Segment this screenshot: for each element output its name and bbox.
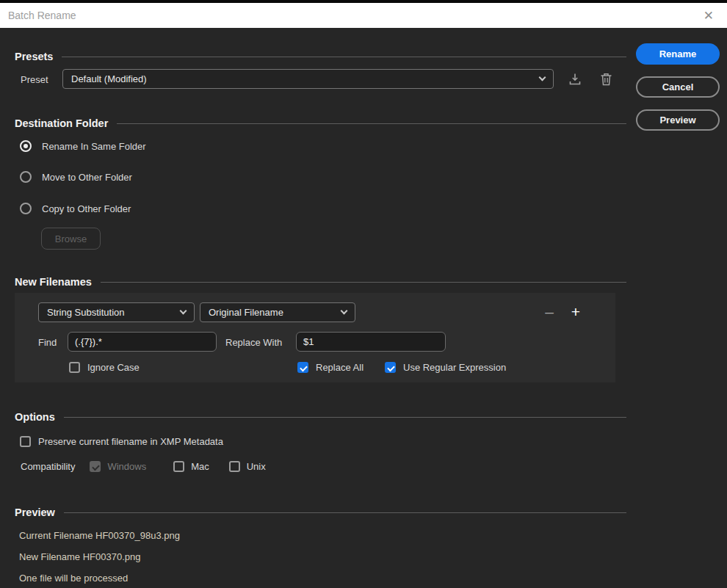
replace-with-label: Replace With xyxy=(225,337,282,348)
add-rule-button[interactable]: + xyxy=(566,302,585,322)
divider xyxy=(117,123,626,124)
find-input[interactable] xyxy=(68,332,217,352)
rename-target-value: Original Filename xyxy=(209,307,283,318)
preview-file-count: One file will be processed xyxy=(19,573,128,584)
checkbox-label: Mac xyxy=(191,461,209,472)
compatibility-label: Compatibility xyxy=(21,461,75,472)
checkbox-label: Replace All xyxy=(316,362,364,373)
ignore-case-checkbox[interactable]: Ignore Case xyxy=(69,362,140,373)
checkbox-label: Unix xyxy=(247,461,266,472)
chevron-down-icon xyxy=(539,74,546,81)
use-regular-expression-checkbox[interactable]: Use Regular Expression xyxy=(385,362,506,373)
checkbox-box xyxy=(90,461,101,472)
preview-button[interactable]: Preview xyxy=(636,109,720,131)
new-filenames-section-header: New Filenames xyxy=(15,276,626,288)
radio-move-to-other-folder[interactable]: Move to Other Folder xyxy=(20,171,132,183)
batch-rename-dialog: Batch Rename ✕ Rename Cancel Preview Pre… xyxy=(0,0,727,588)
remove-rule-button[interactable]: – xyxy=(540,302,559,322)
rename-method-dropdown[interactable]: String Substitution xyxy=(38,302,195,322)
checkbox-label: Windows xyxy=(107,461,146,472)
options-heading: Options xyxy=(15,411,55,423)
divider xyxy=(64,417,626,418)
radio-label: Rename In Same Folder xyxy=(42,141,146,152)
radio-button xyxy=(20,203,32,214)
divider xyxy=(101,282,626,283)
window-title: Batch Rename xyxy=(8,10,76,21)
replace-all-checkbox[interactable]: Replace All xyxy=(297,362,364,373)
checkbox-box xyxy=(173,461,184,472)
rename-rule-panel: String Substitution Original Filename – … xyxy=(15,293,615,382)
radio-button xyxy=(20,140,32,152)
divider xyxy=(64,512,626,513)
radio-label: Copy to Other Folder xyxy=(42,203,131,214)
presets-section-header: Presets xyxy=(15,51,626,62)
cancel-button[interactable]: Cancel xyxy=(636,76,720,98)
preview-new-filename: New Filename HF00370.png xyxy=(19,551,140,562)
checkbox-box xyxy=(229,461,240,472)
mac-checkbox[interactable]: Mac xyxy=(173,461,209,472)
radio-rename-in-same-folder[interactable]: Rename In Same Folder xyxy=(20,140,146,152)
chevron-down-icon xyxy=(341,308,348,315)
browse-button[interactable]: Browse xyxy=(41,228,101,250)
radio-copy-to-other-folder[interactable]: Copy to Other Folder xyxy=(20,203,131,214)
checkbox-label: Use Regular Expression xyxy=(403,362,506,373)
rename-button[interactable]: Rename xyxy=(636,43,720,65)
close-icon[interactable]: ✕ xyxy=(704,10,714,22)
preset-dropdown-value: Default (Modified) xyxy=(71,73,147,84)
checkbox-box xyxy=(69,362,80,373)
title-bar: Batch Rename ✕ xyxy=(0,3,727,28)
preview-current-filename: Current Filename HF00370_98u3.png xyxy=(19,530,180,541)
preserve-filename-checkbox[interactable]: Preserve current filename in XMP Metadat… xyxy=(20,436,223,447)
preview-heading: Preview xyxy=(15,507,55,518)
checkbox-box xyxy=(20,436,31,447)
windows-checkbox[interactable]: Windows xyxy=(90,461,146,472)
destination-section-header: Destination Folder xyxy=(15,117,626,129)
preset-dropdown[interactable]: Default (Modified) xyxy=(62,69,554,89)
rename-method-value: String Substitution xyxy=(47,307,125,318)
replace-input[interactable] xyxy=(296,332,446,352)
new-filenames-heading: New Filenames xyxy=(15,276,92,288)
unix-checkbox[interactable]: Unix xyxy=(229,461,266,472)
checkbox-label: Preserve current filename in XMP Metadat… xyxy=(38,436,223,447)
chevron-down-icon xyxy=(180,308,187,315)
save-preset-glyph xyxy=(568,72,582,87)
radio-label: Move to Other Folder xyxy=(42,172,132,183)
radio-button xyxy=(20,171,32,183)
save-preset-icon[interactable] xyxy=(565,70,585,89)
trash-glyph xyxy=(599,72,613,87)
preview-section-header: Preview xyxy=(15,507,626,518)
destination-heading: Destination Folder xyxy=(15,117,108,129)
checkbox-box xyxy=(297,362,308,373)
find-label: Find xyxy=(38,337,57,348)
presets-heading: Presets xyxy=(15,51,53,62)
trash-icon[interactable] xyxy=(596,70,615,89)
compatibility-row: Compatibility Windows Mac Unix xyxy=(21,461,266,472)
divider xyxy=(62,57,626,57)
checkbox-box xyxy=(385,362,396,373)
rename-target-dropdown[interactable]: Original Filename xyxy=(200,302,355,322)
preset-label: Preset xyxy=(21,74,48,85)
options-section-header: Options xyxy=(15,411,626,423)
checkbox-label: Ignore Case xyxy=(87,362,140,373)
